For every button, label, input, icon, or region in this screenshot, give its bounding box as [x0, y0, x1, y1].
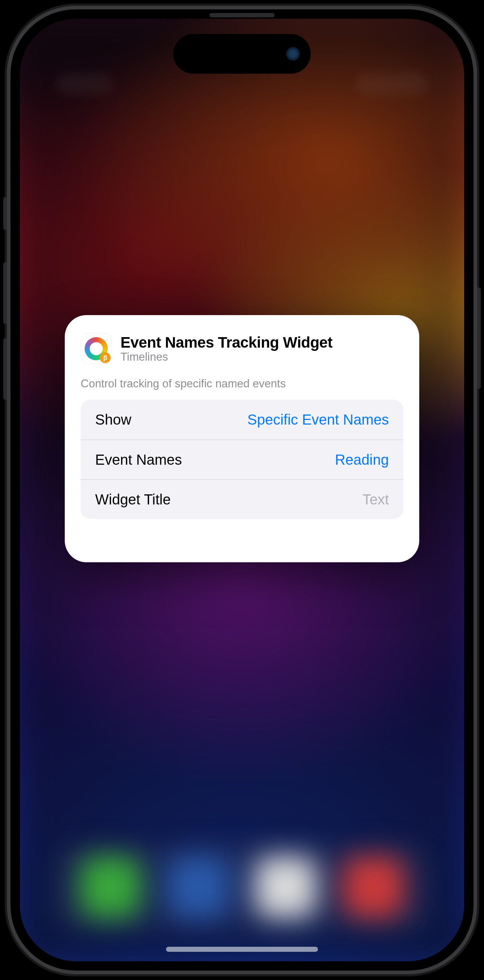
- status-time-blur: [56, 73, 114, 95]
- dock-app-icon: [255, 856, 316, 918]
- setting-label: Show: [95, 412, 131, 428]
- status-indicators-blur: [356, 73, 428, 95]
- popover-description: Control tracking of specific named event…: [65, 369, 419, 400]
- volume-down-button[interactable]: [3, 338, 7, 400]
- action-button[interactable]: [3, 197, 7, 230]
- speaker-grille: [209, 13, 275, 18]
- popover-titles: Event Names Tracking Widget Timelines: [120, 334, 332, 364]
- side-button[interactable]: [477, 288, 481, 389]
- home-indicator[interactable]: [166, 947, 318, 952]
- app-icon: β: [81, 333, 112, 364]
- dock-app-icon: [168, 856, 229, 918]
- beta-badge-icon: β: [100, 352, 111, 363]
- setting-label: Event Names: [95, 452, 182, 468]
- setting-value: Specific Event Names: [248, 410, 389, 429]
- volume-up-button[interactable]: [3, 262, 7, 324]
- setting-value: Reading: [335, 450, 389, 469]
- settings-list: Show Specific Event Names Event Names Re…: [81, 400, 403, 519]
- dock-app-icon: [80, 856, 141, 918]
- setting-placeholder: Text: [363, 492, 389, 508]
- popover-header: β Event Names Tracking Widget Timelines: [65, 329, 419, 369]
- popover-subtitle: Timelines: [120, 350, 332, 364]
- dock-blur: [52, 842, 432, 932]
- widget-config-popover: β Event Names Tracking Widget Timelines …: [65, 315, 419, 562]
- setting-label: Widget Title: [95, 492, 171, 508]
- setting-row-show[interactable]: Show Specific Event Names: [81, 400, 403, 439]
- setting-row-event-names[interactable]: Event Names Reading: [81, 439, 403, 479]
- iphone-frame: β Event Names Tracking Widget Timelines …: [11, 10, 473, 970]
- dock-app-icon: [343, 856, 404, 918]
- setting-row-widget-title[interactable]: Widget Title Text: [81, 479, 403, 519]
- dynamic-island[interactable]: [173, 34, 311, 74]
- popover-title: Event Names Tracking Widget: [120, 334, 332, 351]
- screen: β Event Names Tracking Widget Timelines …: [20, 19, 464, 961]
